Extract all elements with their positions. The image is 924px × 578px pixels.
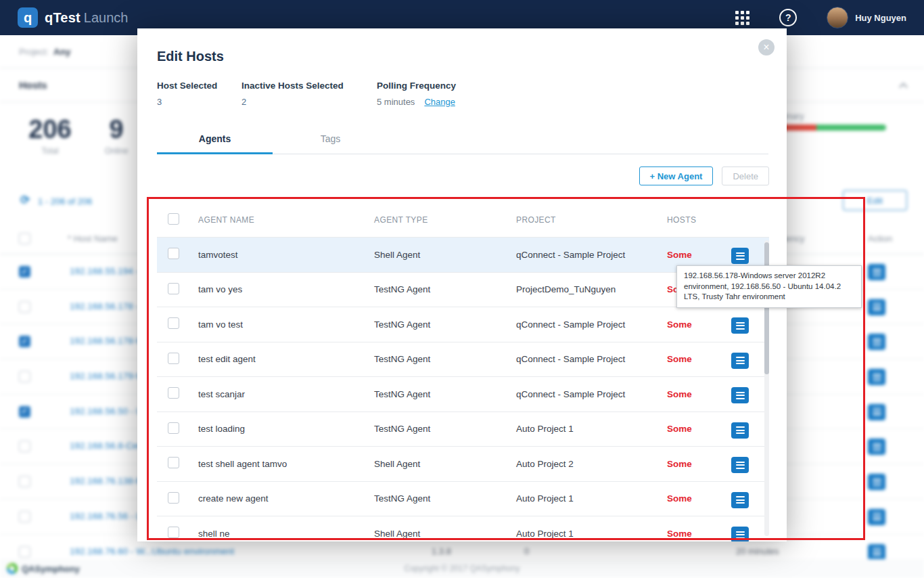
agent-table-row[interactable]: test edit agent TestNG Agent qConnect - … — [157, 342, 769, 377]
agent-table: AGENT NAME AGENT TYPE PROJECT HOSTS tamv… — [157, 203, 769, 541]
agent-table-row[interactable]: test loading TestNG Agent Auto Project 1… — [157, 412, 769, 447]
agent-name: tamvotest — [198, 250, 374, 260]
agent-row-checkbox[interactable] — [168, 387, 179, 399]
action-column-header: Action — [868, 234, 892, 244]
app-launcher-grid-icon[interactable] — [735, 11, 749, 25]
host-action-menu-icon[interactable] — [868, 369, 885, 385]
agent-hosts-link[interactable]: Some — [667, 250, 726, 260]
modal-tabs: Agents Tags — [157, 126, 768, 154]
host-row-checkbox[interactable] — [19, 511, 30, 523]
host-selected-block: Host Selected 3 — [157, 81, 241, 107]
host-name-link[interactable]: 192.168.56.178 - V — [70, 301, 147, 311]
host-action-menu-icon[interactable] — [868, 299, 885, 315]
agent-table-row[interactable]: test shell agent tamvo Shell Agent Auto … — [157, 446, 769, 481]
agent-project: Auto Project 1 — [516, 493, 667, 504]
agent-hosts-link[interactable]: Some — [667, 354, 726, 364]
host-row-checkbox[interactable] — [19, 371, 30, 382]
hosts-menu-icon[interactable] — [731, 353, 749, 369]
collapse-chevron-icon[interactable] — [899, 83, 908, 91]
hosts-menu-icon[interactable] — [731, 457, 749, 473]
agent-hosts-link[interactable]: Some — [667, 529, 726, 539]
agent-hosts-link[interactable]: Some — [667, 459, 726, 469]
project-selector[interactable]: Any — [53, 47, 71, 57]
polling-frequency-label: Polling Frequency — [377, 81, 456, 91]
host-row-checkbox[interactable] — [19, 441, 30, 452]
select-all-agents-checkbox[interactable] — [168, 213, 179, 225]
user-name[interactable]: Huy Nguyen — [855, 13, 906, 23]
agent-row-checkbox[interactable] — [168, 422, 179, 434]
host-row-checkbox[interactable] — [19, 476, 30, 487]
select-all-checkbox[interactable] — [19, 233, 30, 244]
host-name-link[interactable]: 192.168.76.56 - Lo — [70, 511, 146, 521]
table-scrollbar-thumb[interactable] — [764, 242, 769, 374]
polling-frequency-value: 5 minutesChange — [377, 97, 456, 107]
agent-row-checkbox[interactable] — [168, 492, 179, 504]
agent-table-row[interactable]: create new agent TestNG Agent Auto Proje… — [157, 481, 769, 516]
inactive-hosts-value: 2 — [241, 97, 377, 107]
hosts-menu-icon[interactable] — [731, 248, 749, 264]
agent-row-checkbox[interactable] — [168, 353, 179, 364]
tab-agents[interactable]: Agents — [157, 126, 273, 154]
pagination-text[interactable]: 1 - 206 of 206 — [38, 196, 92, 206]
host-row-checkbox[interactable] — [19, 336, 30, 347]
change-link[interactable]: Change — [424, 97, 455, 107]
tab-tags[interactable]: Tags — [273, 126, 388, 154]
agent-row-checkbox[interactable] — [168, 248, 179, 259]
topbar-right-cluster: ? Huy Nguyen — [735, 7, 924, 28]
host-name-column-header[interactable]: * Host Name — [68, 234, 118, 244]
new-agent-button[interactable]: + New Agent — [639, 166, 714, 185]
project-column-header: PROJECT — [516, 215, 667, 225]
host-action-menu-icon[interactable] — [868, 439, 885, 455]
agent-project: qConnect - Sample Project — [516, 319, 667, 330]
agent-project: Auto Project 1 — [516, 529, 667, 539]
hosts-menu-icon[interactable] — [731, 422, 749, 439]
host-row-checkbox[interactable] — [19, 266, 30, 277]
hosts-menu-icon[interactable] — [731, 527, 749, 541]
host-name-link[interactable]: 192.168.76.60 - W...Ubuntu environment — [70, 546, 234, 556]
host-action-menu-icon[interactable] — [868, 334, 885, 350]
host-name-link[interactable]: 192.168.56.178-W — [70, 336, 145, 346]
user-avatar[interactable] — [827, 7, 848, 28]
agent-table-row[interactable]: test scanjar TestNG Agent qConnect - Sam… — [157, 376, 769, 412]
host-row-checkbox[interactable] — [19, 406, 30, 418]
agent-type-column-header: AGENT TYPE — [374, 215, 516, 225]
hosts-menu-icon[interactable] — [731, 492, 749, 508]
refresh-icon[interactable]: ⟳ — [20, 193, 30, 207]
host-row-checkbox[interactable] — [19, 546, 30, 558]
agent-hosts-link[interactable]: Some — [667, 493, 726, 504]
host-action-menu-icon[interactable] — [868, 474, 885, 490]
agent-row-checkbox[interactable] — [168, 527, 179, 538]
agent-table-header: AGENT NAME AGENT TYPE PROJECT HOSTS — [157, 203, 769, 237]
host-action-menu-icon[interactable] — [868, 509, 885, 525]
close-icon[interactable]: × — [758, 39, 775, 55]
edit-button[interactable]: Edit — [843, 190, 907, 210]
delete-button[interactable]: Delete — [722, 166, 769, 185]
host-name-link[interactable]: 192.168.76.138-M — [70, 476, 144, 486]
summary-progress-bar — [777, 125, 886, 131]
hosts-menu-icon[interactable] — [731, 317, 749, 334]
agent-table-row[interactable]: shell ne Shell Agent Auto Project 1 Some — [157, 516, 769, 541]
hosts-menu-icon[interactable] — [731, 387, 749, 403]
agent-hosts-link[interactable]: Some — [667, 389, 726, 399]
agent-row-checkbox[interactable] — [168, 317, 179, 329]
stat-online-label: Online — [99, 146, 134, 156]
host-action-menu-icon[interactable] — [868, 264, 885, 280]
agent-row-checkbox[interactable] — [168, 283, 179, 294]
host-name-link[interactable]: 192.168.55.194 - V — [70, 266, 147, 276]
agent-table-row[interactable]: tam vo test TestNG Agent qConnect - Samp… — [157, 307, 769, 342]
agent-type: TestNG Agent — [374, 424, 516, 434]
hosts-column-header: HOSTS — [667, 215, 726, 225]
agent-row-checkbox[interactable] — [168, 457, 179, 468]
agent-hosts-link[interactable]: Some — [667, 424, 726, 434]
host-action-menu-icon[interactable] — [868, 404, 885, 420]
agent-hosts-link[interactable]: Some — [667, 319, 726, 330]
host-name-link[interactable]: 192.168.56.8-Cent — [70, 441, 145, 451]
help-icon[interactable]: ? — [779, 9, 797, 26]
inactive-hosts-block: Inactive Hosts Selected 2 — [241, 81, 377, 107]
host-row-checkbox[interactable] — [19, 301, 30, 313]
stat-total: 206 Total — [28, 116, 72, 156]
host-action-menu-icon[interactable] — [868, 544, 885, 560]
agent-type: TestNG Agent — [374, 493, 516, 504]
host-name-link[interactable]: 192.168.56.50 - Ub — [70, 406, 148, 416]
host-name-link[interactable]: 192.168.56.179-W — [70, 371, 145, 381]
